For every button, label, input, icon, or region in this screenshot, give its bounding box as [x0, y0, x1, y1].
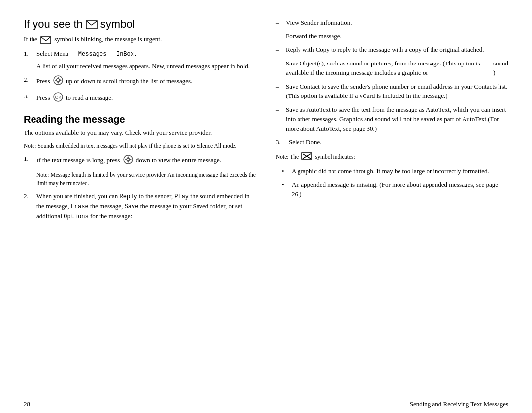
step-1: 1. Select Menu Messages InBox.: [24, 49, 256, 59]
steps-list: 1. Select Menu Messages InBox.: [24, 49, 256, 59]
options-list: View Sender information. Forward the mes…: [276, 18, 508, 133]
r-step-1: 1. If the text message is long, press: [24, 154, 256, 168]
nav-arrows-icon: [53, 75, 64, 89]
dash-item-4: Save Object(s), such as sound or picture…: [276, 59, 508, 78]
r-step1-note: Note: Message length is limited by your …: [36, 171, 256, 188]
page-number: 28: [24, 400, 30, 408]
right-step-3: 3. Select Done.: [276, 137, 508, 147]
blinking-note: If the symbol is blinking, the message i…: [24, 34, 256, 45]
svg-marker-16: [125, 158, 127, 161]
title-prefix: If you see th: [24, 18, 83, 31]
step1-indent: A list of all your received messages app…: [36, 62, 256, 71]
right-column: View Sender information. Forward the mes…: [276, 18, 508, 386]
bullet-list: A graphic did not come through. It may b…: [282, 166, 508, 199]
svg-line-1: [86, 21, 92, 25]
left-column: If you see th symbol If the: [24, 18, 256, 386]
right-note: Note: The symbol indicates:: [276, 152, 508, 162]
reading-title: Reading the message: [24, 114, 256, 125]
svg-line-5: [46, 37, 51, 41]
svg-marker-17: [129, 158, 132, 161]
right-steps-list: 3. Select Done.: [276, 137, 508, 147]
page-title: Sending and Receiving Text Messages: [410, 400, 508, 408]
dash-item-1: View Sender information.: [276, 18, 508, 28]
reading-steps-list-2: 2. When you are finished, you can Reply …: [24, 191, 256, 221]
section-title-symbol: If you see th symbol: [24, 18, 256, 31]
bullet-item-2: An appended message is missing. (For mor…: [282, 180, 508, 199]
step-3: 3. Press OK to read a message.: [24, 92, 256, 105]
svg-marker-10: [59, 79, 62, 82]
r-step-2: 2. When you are finished, you can Reply …: [24, 191, 256, 221]
steps-list-2: 2. Press: [24, 75, 256, 105]
reading-para: The options available to you may vary. C…: [24, 128, 256, 138]
svg-line-2: [92, 21, 97, 25]
svg-line-4: [41, 37, 46, 41]
envelope-icon-inline: [40, 35, 51, 45]
svg-marker-9: [55, 79, 57, 82]
bullet-item-1: A graphic did not come through. It may b…: [282, 166, 508, 176]
footer: 28 Sending and Receiving Text Messages: [24, 396, 508, 413]
envelope-x-icon: [301, 152, 312, 162]
nav-arrows-icon-2: [123, 154, 133, 168]
content: If you see th symbol If the: [24, 18, 508, 386]
title-suffix: symbol: [100, 18, 135, 31]
svg-text:OK: OK: [55, 95, 61, 100]
ok-icon: OK: [53, 92, 64, 105]
envelope-icon: [86, 18, 98, 31]
dash-item-6: Save as AutoText to save the text from t…: [276, 105, 508, 134]
dash-item-2: Forward the message.: [276, 32, 508, 41]
reading-steps-list: 1. If the text message is long, press: [24, 154, 256, 168]
page: If you see th symbol If the: [0, 0, 532, 413]
dash-item-5: Save Contact to save the sender's phone …: [276, 82, 508, 101]
dash-item-3: Reply with Copy to reply to the message …: [276, 45, 508, 55]
reading-note: Note: Sounds embedded in text messages w…: [24, 142, 256, 150]
step-2: 2. Press: [24, 75, 256, 89]
